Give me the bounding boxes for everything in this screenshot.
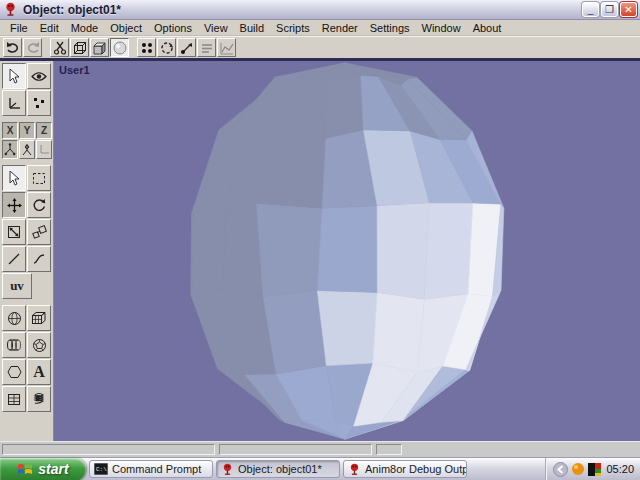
menu-bar: FileEditModeObjectOptionsViewBuildScript… [0,20,640,36]
add-geosphere-button[interactable] [27,332,51,358]
anim8or-debug-tray-icon[interactable] [588,463,601,476]
windows-flag-icon [17,462,33,476]
add-text-button[interactable]: A [27,359,51,385]
anim8or-icon [348,463,361,476]
taskbar: start C:\Command PromptObject: object01*… [0,457,640,480]
status-bar [0,441,640,457]
cut-button[interactable] [50,38,69,57]
undo-button[interactable] [3,38,22,57]
flat-shaded-view-button[interactable] [90,38,109,57]
add-sphere-button[interactable] [2,305,26,331]
add-plane-button[interactable] [2,386,26,412]
start-label: start [38,461,68,477]
add-ngon-button[interactable] [2,359,26,385]
corner-l-icon [38,144,50,156]
minimize-button[interactable]: _ [582,2,599,17]
world-axes-figure-icon [4,143,16,156]
two-cubes-icon [32,225,47,239]
menu-about[interactable]: About [467,21,508,35]
wireframe-view-button[interactable] [70,38,89,57]
menu-scripts[interactable]: Scripts [270,21,316,35]
menu-window[interactable]: Window [416,21,467,35]
axis-lock-y-button[interactable]: Y [19,122,35,139]
title-bar: Object: object01* _ ❐ ✕ [0,0,640,20]
gem-object[interactable] [54,61,640,441]
start-button[interactable]: start [0,458,86,480]
menu-mode[interactable]: Mode [65,21,105,35]
arc-rotate-icon [160,41,174,55]
axis-arrow-icon [180,41,194,55]
menu-file[interactable]: File [4,21,34,35]
arrow-cursor-icon [8,171,21,186]
origin-axes-button[interactable] [2,90,26,116]
add-edge-tool-button[interactable] [2,246,26,272]
task-button-object-object01-[interactable]: Object: object01* [216,460,340,478]
add-cylinder-button[interactable] [2,332,26,358]
redo-icon [26,41,40,54]
select-arrow-tool-button[interactable] [2,165,26,191]
task-button-command-prompt[interactable]: C:\Command Prompt [89,460,213,478]
three-points-icon [32,96,46,110]
rubber-band-select-button[interactable] [27,165,51,191]
task-button-anim8or-debug-output[interactable]: Anim8or Debug Output [343,460,467,478]
world-coordinates-button[interactable] [2,140,18,159]
add-cube-button[interactable] [27,305,51,331]
menu-options[interactable]: Options [148,21,198,35]
smooth-shaded-view-button[interactable] [110,38,129,57]
dashed-rect-icon [32,172,46,185]
wireframe-cube-icon [73,41,87,55]
axes-icon [7,96,22,111]
select-tool-button[interactable] [2,63,26,89]
hexagon-icon [7,365,22,379]
menu-render[interactable]: Render [316,21,364,35]
screen-coordinates-button[interactable] [36,140,52,159]
hide-tool-button[interactable] [27,63,51,89]
axis-translate-button[interactable] [177,38,196,57]
graph-editor-button[interactable] [217,38,236,57]
tool-sidebar: X Y Z [0,61,54,441]
object-coordinates-button[interactable] [19,140,35,159]
hidden-icons-chevron[interactable] [553,462,568,477]
axis-lock-x-button[interactable]: X [2,122,18,139]
window-title: Object: object01* [23,3,580,17]
app-icon [3,2,18,17]
scale-tool-button[interactable] [2,219,26,245]
move-tool-button[interactable] [2,192,26,218]
smooth-sphere-icon [113,41,127,55]
edge-list-button[interactable] [197,38,216,57]
scissors-icon [53,41,67,55]
close-button[interactable]: ✕ [620,2,637,17]
rotate-tool-button[interactable] [27,192,51,218]
menu-settings[interactable]: Settings [364,21,416,35]
workspace: X Y Z [0,61,640,441]
taskbar-clock[interactable]: 05:20 [606,463,634,475]
menu-edit[interactable]: Edit [34,21,65,35]
show-points-tool-button[interactable] [27,90,51,116]
eye-icon [31,71,47,82]
rotate-arrow-icon [32,198,46,212]
grid-plane-icon [7,393,21,406]
menu-object[interactable]: Object [104,21,148,35]
menu-view[interactable]: View [198,21,234,35]
viewport-user1[interactable]: User1 [54,61,640,441]
redo-button[interactable] [23,38,42,57]
maximize-button[interactable]: ❐ [601,2,618,17]
uv-tool-button[interactable]: uv [2,273,32,299]
orange-ball-tray-icon[interactable] [571,462,585,476]
non-uniform-scale-button[interactable] [27,219,51,245]
axis-lock-z-button[interactable]: Z [36,122,52,139]
cylinder-icon [6,339,22,351]
menu-build[interactable]: Build [234,21,270,35]
four-points-icon [140,41,154,55]
grid-cube-icon [31,311,47,325]
arc-rotate-view-button[interactable] [157,38,176,57]
move-cross-icon [7,198,22,213]
viewport-label: User1 [59,64,90,76]
curve-tool-button[interactable] [27,246,51,272]
show-points-button[interactable] [137,38,156,57]
svg-text:C:\: C:\ [96,466,107,473]
scale-icon [7,225,21,239]
arrow-cursor-icon [8,69,21,84]
add-spring-button[interactable] [27,386,51,412]
undo-icon [6,41,20,54]
